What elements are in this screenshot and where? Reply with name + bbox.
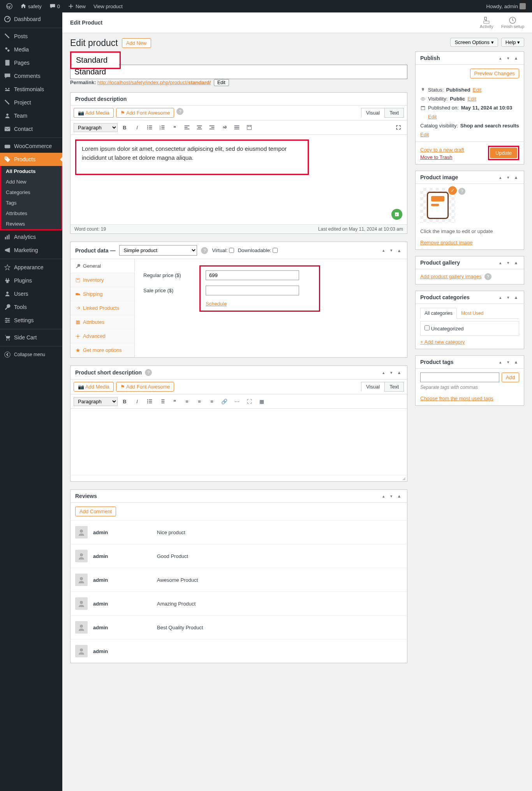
help-icon[interactable]: ? [458, 188, 465, 195]
sort-icon[interactable]: ▲ [513, 260, 519, 266]
permalink-link[interactable]: http://localhost/safety/index.php/produc… [97, 79, 211, 85]
chevron-down-icon[interactable]: ▾ [505, 260, 511, 266]
schedule-link[interactable]: Schedule [206, 301, 227, 307]
align-left-icon[interactable]: ≡ [181, 396, 192, 407]
review-item[interactable]: adminGood Product [70, 544, 407, 568]
chevron-down-icon[interactable]: ▾ [388, 369, 395, 376]
sub-all-products[interactable]: All Products [1, 166, 61, 177]
more-icon[interactable]: ⋯ [231, 396, 242, 407]
remove-image-link[interactable]: Remove product image [420, 240, 472, 245]
edit-catalog-link[interactable]: Edit [420, 132, 429, 138]
sort-icon[interactable]: ▲ [513, 294, 519, 300]
help-icon[interactable]: ? [176, 108, 183, 115]
excel-badge-icon[interactable]: x [391, 209, 402, 220]
chevron-down-icon[interactable]: ▾ [505, 55, 511, 61]
help-icon[interactable]: ? [484, 273, 491, 280]
chevron-up-icon[interactable]: ▴ [381, 247, 387, 254]
link-icon[interactable] [219, 122, 230, 133]
add-tag-button[interactable]: Add [502, 373, 519, 382]
chevron-up-icon[interactable]: ▴ [497, 359, 504, 365]
chevron-up-icon[interactable]: ▴ [497, 260, 504, 266]
help-icon[interactable]: ? [145, 369, 152, 376]
short-editor-body[interactable] [70, 409, 407, 475]
sale-price-input[interactable] [206, 286, 299, 295]
sidebar-item-plugins[interactable]: Plugins [0, 274, 62, 287]
add-fontawesome-button[interactable]: ⚑ Add Font Awesome [116, 108, 174, 118]
pd-tab-more[interactable]: Get more options [70, 343, 134, 357]
site-link[interactable]: safety [17, 0, 45, 12]
comments-link[interactable]: 0 [46, 0, 63, 12]
sidebar-item-contact[interactable]: Contact [0, 122, 62, 136]
sidebar-item-pages[interactable]: Pages [0, 56, 62, 69]
help-icon[interactable]: ? [201, 247, 208, 254]
pd-tab-advanced[interactable]: Advanced [70, 329, 134, 343]
align-right-icon[interactable] [206, 122, 217, 133]
sidebar-item-users[interactable]: Users [0, 287, 62, 300]
update-button[interactable]: Update [490, 148, 517, 158]
sub-reviews[interactable]: Reviews [1, 219, 61, 229]
pd-tab-linked[interactable]: Linked Products [70, 301, 134, 315]
sub-tags[interactable]: Tags [1, 198, 61, 208]
format-select[interactable]: Paragraph [74, 397, 118, 406]
tab-visual[interactable]: Visual [361, 382, 385, 392]
chevron-down-icon[interactable]: ▾ [505, 294, 511, 300]
sidebar-item-testimonials[interactable]: Testimonials [0, 83, 62, 96]
sidebar-item-sidecart[interactable]: Side Cart [0, 329, 62, 344]
wp-logo[interactable] [3, 0, 16, 12]
permalink-edit-button[interactable]: Edit [214, 79, 229, 86]
edit-date-link[interactable]: Edit [428, 114, 437, 120]
sidebar-item-woocommerce[interactable]: WooCommerce [0, 138, 62, 153]
align-center-icon[interactable]: ≡ [194, 396, 205, 407]
cat-tab-all[interactable]: All categories [420, 308, 457, 319]
ul-icon[interactable] [144, 122, 155, 133]
review-item[interactable]: adminBest Quality Product [70, 615, 407, 639]
regular-price-input[interactable] [206, 270, 299, 280]
toolbar-toggle-icon[interactable] [244, 122, 255, 133]
category-uncategorized[interactable]: Uncategorized [425, 326, 463, 332]
resize-handle[interactable]: ◢ [70, 475, 407, 481]
sub-attributes[interactable]: Attributes [1, 208, 61, 219]
align-left-icon[interactable] [181, 122, 192, 133]
italic-icon[interactable]: I [132, 396, 143, 407]
tag-input[interactable] [420, 373, 499, 382]
quote-icon[interactable]: ❝ [169, 396, 180, 407]
move-trash-link[interactable]: Move to Trash [420, 154, 464, 160]
sidebar-item-appearance[interactable]: Appearance [0, 259, 62, 274]
sort-icon[interactable]: ▲ [513, 174, 519, 180]
fullscreen-icon[interactable]: ⛶ [244, 396, 255, 407]
review-item[interactable]: adminNice product [70, 520, 407, 544]
add-fontawesome-button[interactable]: ⚑ Add Font Awesome [116, 382, 174, 392]
sidebar-item-team[interactable]: Team [0, 109, 62, 122]
description-content[interactable]: Lorem ipsum dolor sit amet, consectetur … [75, 139, 309, 175]
sidebar-item-comments[interactable]: Comments [0, 69, 62, 83]
product-image-thumbnail[interactable]: ✓ [420, 188, 455, 223]
chevron-down-icon[interactable]: ▾ [388, 493, 395, 499]
align-center-icon[interactable] [194, 122, 205, 133]
choose-tags-link[interactable]: Choose from the most used tags [420, 396, 493, 401]
add-comment-button[interactable]: Add Comment [75, 507, 116, 516]
sidebar-item-settings[interactable]: Settings [0, 314, 62, 327]
sort-icon[interactable]: ▲ [513, 359, 519, 365]
screen-options-button[interactable]: Screen Options ▾ [450, 38, 498, 47]
sidebar-item-collapse[interactable]: Collapse menu [0, 346, 62, 361]
sub-add-new[interactable]: Add New [1, 177, 61, 187]
cat-tab-most[interactable]: Most Used [457, 308, 488, 319]
chevron-up-icon[interactable]: ▴ [497, 294, 504, 300]
sidebar-item-tools[interactable]: Tools [0, 300, 62, 314]
chevron-up-icon[interactable]: ▴ [497, 55, 504, 61]
sidebar-item-products[interactable]: Products [0, 153, 62, 166]
chevron-up-icon[interactable]: ▴ [381, 493, 387, 499]
pd-tab-inventory[interactable]: Inventory [70, 273, 134, 287]
add-media-button[interactable]: 📷 Add Media [74, 382, 114, 392]
sidebar-item-project[interactable]: Project [0, 96, 62, 109]
help-button[interactable]: Help ▾ [501, 38, 524, 47]
format-select[interactable]: Paragraph [74, 123, 118, 132]
sort-icon[interactable]: ▲ [396, 369, 402, 376]
preview-changes-button[interactable]: Preview Changes [470, 69, 519, 78]
fullscreen-icon[interactable] [393, 122, 404, 133]
bold-icon[interactable]: B [119, 122, 130, 133]
italic-icon[interactable]: I [132, 122, 143, 133]
sidebar-item-analytics[interactable]: Analytics [0, 230, 62, 244]
add-media-button[interactable]: 📷 Add Media [74, 108, 114, 118]
pd-tab-shipping[interactable]: Shipping [70, 287, 134, 301]
